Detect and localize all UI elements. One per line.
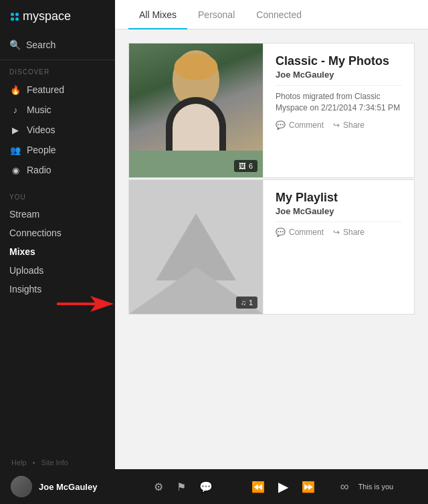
comment-icon-1: 💬	[276, 120, 286, 130]
logo-dots-icon	[11, 13, 19, 21]
discover-section-label: DISCOVER	[0, 60, 115, 80]
comment-button-1[interactable]: 💬 Comment	[276, 120, 324, 130]
thumbnail-badge-1: 🖼 6	[234, 160, 257, 172]
share-icon-1: ↪	[333, 120, 340, 130]
loop-button[interactable]: ∞	[336, 476, 353, 498]
mix-info-2: My Playlist Joe McGauley 💬 Comment ↪ Sha…	[263, 180, 414, 314]
sidebar-item-featured[interactable]: 🔥 Featured	[0, 80, 115, 100]
comment-button-2[interactable]: 💬 Comment	[276, 228, 324, 237]
badge-count-1: 6	[249, 162, 253, 170]
sidebar-item-label-people: People	[27, 145, 56, 155]
mix-author-1: Joe McGauley	[276, 70, 402, 86]
sidebar-item-mixes[interactable]: Mixes	[0, 242, 115, 261]
you-section-label: YOU	[0, 185, 115, 205]
comment-label-2: Comment	[289, 228, 324, 237]
mix-info-1: Classic - My Photos Joe McGauley Photos …	[263, 44, 414, 177]
tab-personal[interactable]: Personal	[187, 0, 245, 29]
badge-icon-1: 🖼	[239, 162, 246, 170]
sidebar-item-radio[interactable]: ◉ Radio	[0, 160, 115, 180]
svg-marker-0	[57, 296, 114, 312]
badge-icon-2: ♫	[241, 299, 246, 307]
sidebar-item-music[interactable]: ♪ Music	[0, 100, 115, 120]
share-label-1: Share	[343, 120, 364, 130]
mixes-list: 🖼 6 Classic - My Photos Joe McGauley Pho…	[115, 29, 428, 329]
sidebar-item-label-uploads: Uploads	[9, 265, 43, 276]
sidebar-item-connections[interactable]: Connections	[0, 224, 115, 242]
search-item[interactable]: 🔍 Search	[0, 33, 115, 60]
sidebar-item-stream[interactable]: Stream	[0, 205, 115, 224]
share-button-1[interactable]: ↪ Share	[333, 120, 364, 130]
mix-card-1: 🖼 6 Classic - My Photos Joe McGauley Pho…	[128, 43, 415, 178]
gear-button[interactable]: ⚙	[150, 477, 167, 497]
footer-site-info[interactable]: Site Info	[41, 458, 68, 467]
avatar	[11, 476, 32, 497]
video-icon: ▶	[9, 125, 21, 135]
radio-icon: ◉	[9, 165, 21, 175]
thumbnail-badge-2: ♫ 1	[236, 297, 257, 309]
bottom-controls: ⚙ ⚑ 💬 ⏪ ▶ ⏩ ∞ This is you	[126, 475, 417, 499]
sidebar-item-label-connections: Connections	[9, 228, 62, 238]
tabs-bar: All Mixes Personal Connected	[115, 0, 428, 29]
sidebar-item-uploads[interactable]: Uploads	[0, 261, 115, 280]
flag-button[interactable]: ⚑	[173, 477, 190, 497]
tab-connected[interactable]: Connected	[245, 0, 312, 29]
mix-actions-2: 💬 Comment ↪ Share	[276, 228, 402, 237]
sidebar-item-label-insights: Insights	[9, 284, 41, 295]
logo[interactable]: myspace	[0, 0, 115, 33]
mix-actions-1: 💬 Comment ↪ Share	[276, 120, 402, 130]
rewind-button[interactable]: ⏪	[247, 477, 269, 497]
play-button[interactable]: ▶	[274, 475, 292, 499]
share-icon-2: ↪	[333, 228, 340, 237]
footer-help[interactable]: Help	[11, 458, 27, 467]
search-label: Search	[26, 39, 56, 50]
sidebar-item-people[interactable]: 👥 People	[0, 140, 115, 160]
badge-count-2: 1	[249, 299, 253, 307]
share-label-2: Share	[343, 228, 364, 237]
fire-icon: 🔥	[9, 85, 21, 95]
sidebar-item-label-mixes: Mixes	[9, 246, 35, 257]
people-icon: 👥	[9, 145, 21, 155]
main-content: All Mixes Personal Connected 🖼 6	[115, 0, 428, 504]
sidebar-item-label-radio: Radio	[27, 165, 51, 175]
logo-text: myspace	[23, 9, 71, 23]
share-button-2[interactable]: ↪ Share	[333, 228, 364, 237]
tab-all-mixes[interactable]: All Mixes	[128, 0, 187, 29]
sidebar: myspace 🔍 Search DISCOVER 🔥 Featured ♪ M…	[0, 0, 115, 504]
sidebar-item-label-music: Music	[27, 104, 51, 115]
bottom-bar: Joe McGauley ⚙ ⚑ 💬 ⏪ ▶ ⏩ ∞ This is you	[0, 469, 428, 504]
mix-thumbnail-2[interactable]: ♫ 1	[129, 180, 263, 314]
music-icon: ♪	[9, 105, 21, 115]
comment-icon-2: 💬	[276, 228, 286, 237]
forward-button[interactable]: ⏩	[298, 477, 319, 497]
now-playing-text: This is you	[358, 483, 394, 491]
sidebar-item-label-stream: Stream	[9, 209, 39, 220]
mix-title-1: Classic - My Photos	[276, 54, 402, 68]
mix-author-2: Joe McGauley	[276, 206, 402, 222]
search-icon: 🔍	[9, 39, 21, 50]
arrow-annotation	[54, 295, 114, 316]
sidebar-item-videos[interactable]: ▶ Videos	[0, 120, 115, 140]
mix-description-1: Photos migrated from Classic Myspace on …	[276, 91, 402, 114]
thumbnail-placeholder-2	[129, 180, 263, 314]
mix-thumbnail-1[interactable]: 🖼 6	[129, 44, 263, 177]
mix-title-2: My Playlist	[276, 191, 402, 205]
chat-button[interactable]: 💬	[195, 477, 217, 497]
bottom-user-name: Joe McGauley	[39, 482, 97, 492]
sidebar-item-label-videos: Videos	[27, 124, 56, 135]
comment-label-1: Comment	[289, 120, 324, 130]
sidebar-item-label-featured: Featured	[27, 84, 64, 95]
mix-card-2: ♫ 1 My Playlist Joe McGauley 💬 Comment ↪…	[128, 179, 415, 315]
bottom-user-info: Joe McGauley	[11, 476, 126, 497]
